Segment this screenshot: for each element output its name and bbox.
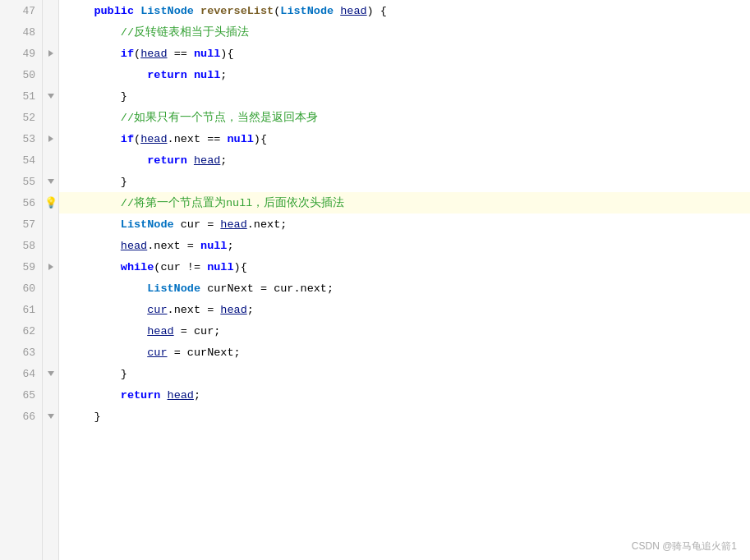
line-number: 59 [0,256,42,278]
line-number: 52 [0,107,42,128]
token: .next; [247,218,288,231]
fold-arrow-down[interactable] [48,94,54,99]
token: cur [147,347,167,359]
gutter-cell [43,64,58,85]
token: ( [274,5,280,17]
fold-arrow-down[interactable] [48,371,54,376]
token: } [67,368,127,380]
fold-arrow-right[interactable] [48,264,53,270]
token: while [121,261,154,273]
gutter-cell [43,278,58,299]
token: if [121,48,134,60]
gutter-cell [43,107,58,128]
token: ){ [234,261,247,273]
fold-arrow-right[interactable] [48,50,53,57]
token: head [220,304,246,316]
token: return [147,154,187,167]
gutter-cell [43,21,58,43]
token: = cur; [174,325,221,337]
token: null [227,133,253,145]
token: head [168,389,194,402]
code-editor: 4748495051525354555657585960616263646566… [0,0,750,560]
line-number: 61 [0,299,42,320]
code-line: } [59,363,750,384]
token [67,218,121,231]
token [67,26,121,39]
gutter-cell [43,342,58,363]
token: ListNode [140,5,194,17]
token: .next = [147,240,200,252]
line-number: 66 [0,406,42,427]
token: cur [147,304,167,316]
code-content: public ListNode reverseList(ListNode hea… [59,0,750,560]
line-number: 54 [0,149,42,171]
gutter-cell [43,213,58,235]
token: = curNext; [168,347,241,359]
code-line: //将第一个节点置为null，后面依次头插法 [59,192,750,213]
bulb-icon[interactable]: 💡 [44,196,58,209]
token: if [121,133,134,145]
code-line: ListNode curNext = cur.next; [59,278,750,299]
token: null [207,261,233,273]
token [67,347,147,359]
code-line: } [59,85,750,107]
token: null [194,69,220,81]
token: return [121,389,161,402]
token: ListNode [280,5,334,17]
token: ; [227,240,233,252]
token: .next == [168,133,228,145]
token: head [340,5,366,17]
code-line: cur.next = head; [59,299,750,320]
code-line: if(head.next == null){ [59,128,750,149]
code-line: head = cur; [59,320,750,342]
code-line: } [59,406,750,427]
token: head [194,154,220,167]
token [67,261,121,273]
token: head [220,218,246,231]
token: ){ [220,48,233,60]
code-line: public ListNode reverseList(ListNode hea… [59,0,750,21]
token [67,48,121,60]
code-line: } [59,171,750,192]
watermark: CSDN @骑马龟追火箭1 [632,539,737,553]
token: } [67,411,101,423]
gutter-cell [43,0,58,21]
token [67,133,121,145]
gutter-cell [43,406,58,427]
token: cur = [174,218,221,231]
line-number: 49 [0,43,42,64]
line-number: 58 [0,235,42,256]
gutter-cell [43,149,58,171]
token [67,240,121,252]
gutter-cell [43,363,58,384]
token: reverseList [200,5,274,17]
gutter-cell [43,384,58,406]
fold-arrow-down[interactable] [48,179,54,184]
token: public [94,5,134,17]
token [187,154,194,167]
token: ; [247,304,254,316]
gutter-cell [43,85,58,107]
token [67,154,147,167]
code-line: return head; [59,149,750,171]
token [67,304,147,316]
token: ( [134,48,140,60]
token: } [67,176,127,188]
token: head [121,240,147,252]
code-line: ListNode cur = head.next; [59,213,750,235]
token: head [147,325,173,337]
token: (cur != [154,261,207,273]
token [160,389,167,402]
token: //将第一个节点置为null，后面依次头插法 [121,195,345,210]
token [134,5,140,17]
token: ) { [367,5,387,17]
fold-arrow-down[interactable] [48,414,54,419]
fold-arrow-right[interactable] [48,135,53,142]
line-number: 63 [0,342,42,363]
line-number: 53 [0,128,42,149]
line-number: 55 [0,171,42,192]
gutter-cell [43,43,58,64]
token [334,5,340,17]
line-numbers: 4748495051525354555657585960616263646566 [0,0,43,560]
gutter-cell [43,171,58,192]
